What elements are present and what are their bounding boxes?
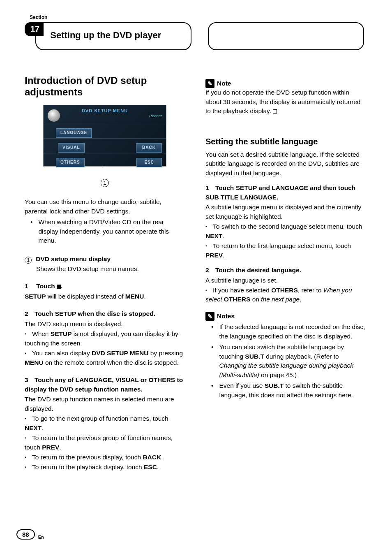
square-bullet-icon [25, 349, 32, 358]
square-bullet-icon [205, 286, 213, 295]
notes-b3-text: Even if you use SUB.T to switch the subt… [219, 381, 366, 400]
notes-b2-text: You can also switch the subtitle languag… [219, 343, 366, 380]
empty-title-box [208, 22, 364, 50]
step2-number: 2 [25, 309, 35, 318]
page-number: 88 [16, 529, 35, 540]
legend-number-icon: 1 [25, 257, 32, 264]
step1-head-b: . [61, 283, 62, 290]
chapter-number-tab: 17 [25, 22, 44, 36]
left-heading: Introduction of DVD setup adjustments [25, 75, 185, 97]
step3-body: The DVD setup function names in selected… [25, 395, 185, 413]
step2-note2: You can also display DVD SETUP MENU by p… [25, 349, 185, 367]
bullet-dot-icon: • [211, 322, 213, 341]
note-label: Note [217, 79, 231, 88]
screenshot-esc-button: ESC [136, 158, 162, 167]
pencil-icon: ✎ [205, 312, 214, 321]
bullet-dot-icon: • [211, 381, 213, 400]
bullet-dot-icon: • [30, 218, 32, 245]
step1-body: SETUP will be displayed instead of MENU. [25, 292, 185, 301]
screenshot-visual-button: VISUAL [58, 143, 85, 153]
right-heading: Setting the subtitle language [205, 136, 366, 148]
step2-body: The DVD setup menu is displayed. [25, 320, 185, 329]
step2-note1: When SETUP is not displayed, you can dis… [25, 329, 185, 348]
note-body: If you do not operate the DVD setup func… [205, 88, 366, 116]
legend-title: DVD setup menu display [36, 255, 111, 262]
square-bullet-icon [25, 453, 32, 462]
step2-heading: 2Touch SETUP when the disc is stopped. [25, 309, 185, 318]
step1-mid: will be displayed instead of [46, 293, 125, 300]
end-square-icon [273, 109, 277, 114]
notes-label: Notes [217, 312, 235, 321]
step1-head-a: Touch [36, 283, 57, 290]
left-column: Introduction of DVD setup adjustments DV… [25, 75, 185, 473]
square-bullet-icon [25, 329, 32, 338]
square-bullet-icon [25, 433, 32, 442]
r-step1-note2: To return to the first language select m… [205, 241, 366, 260]
r-step1-heading: 1Touch SETUP and LANGUAGE and then touch… [205, 183, 366, 202]
step2-head-text: Touch SETUP when the disc is stopped. [35, 310, 155, 317]
step1-number: 1 [25, 282, 35, 291]
right-column: ✎ Note If you do not operate the DVD set… [205, 75, 366, 473]
square-bullet-icon [25, 463, 32, 472]
page-header: 17 Setting up the DVD player [25, 22, 367, 50]
legend-row: 1 DVD setup menu display [25, 255, 185, 264]
notes-bullet3: • Even if you use SUB.T to switch the su… [205, 381, 366, 400]
notes-bullet2: • You can also switch the subtitle langu… [205, 343, 366, 380]
bullet-dot-icon: • [211, 343, 213, 380]
screenshot-back-button: BACK [136, 143, 162, 153]
r-step2-heading: 2Touch the desired language. [205, 266, 366, 275]
callout-line [105, 167, 105, 179]
r-step2-note1: If you have selected OTHERS, refer to Wh… [205, 286, 366, 304]
step3-note1: To go to the next group of function name… [25, 414, 185, 433]
right-intro: You can set a desired subtitle language.… [205, 150, 366, 178]
callout-number: 1 [101, 179, 109, 187]
r-step1-number: 1 [205, 183, 215, 192]
step3-note3: To return to the previous display, touch… [25, 453, 185, 462]
pencil-icon: ✎ [205, 79, 214, 88]
r-step2-number: 2 [205, 266, 215, 275]
notes-b1-text: If the selected language is not recorded… [219, 322, 366, 341]
r-step2-head-text: Touch the desired language. [215, 266, 301, 273]
step3-head-text: Touch any of LANGUAGE, VISUAL or OTHERS … [25, 376, 183, 392]
step3-heading: 3Touch any of LANGUAGE, VISUAL or OTHERS… [25, 375, 185, 394]
disc-icon [48, 109, 60, 122]
r-step1-body: A subtitle language menu is displayed an… [205, 203, 366, 221]
step1-menu: MENU [125, 293, 144, 300]
square-bullet-icon [205, 222, 213, 231]
stop-icon [57, 285, 61, 289]
square-bullet-icon [25, 414, 32, 423]
step1-heading: 1 Touch . [25, 282, 185, 291]
note-heading: ✎ Note [205, 79, 366, 88]
language-code: En [38, 535, 44, 540]
notes-bullet1: • If the selected language is not record… [205, 322, 366, 341]
two-column-content: Introduction of DVD setup adjustments DV… [25, 75, 367, 473]
legend-desc: Shows the DVD setup menu names. [25, 264, 185, 273]
screenshot-brand: Pioneer [149, 114, 162, 119]
r-step1-head-text: Touch SETUP and LANGUAGE and then touch … [205, 184, 355, 200]
step3-number: 3 [25, 375, 35, 385]
step1-setup: SETUP [25, 293, 46, 300]
step3-note4: To return to the playback display, touch… [25, 463, 185, 472]
step3-note2: To return to the previous group of funct… [25, 433, 185, 452]
intro-bullet-row: • When watching a DVD/Video CD on the re… [25, 218, 185, 245]
step1-dot: . [144, 293, 145, 300]
r-step1-note1: To switch to the second language select … [205, 222, 366, 241]
section-label: Section [30, 14, 367, 20]
intro-paragraph: You can use this menu to change audio, s… [25, 197, 185, 216]
screenshot-title: DVD SETUP MENU [82, 108, 128, 114]
screenshot-others-button: OTHERS [56, 158, 85, 167]
notes-heading: ✎ Notes [205, 312, 366, 321]
square-bullet-icon [205, 241, 213, 250]
r-step2-body: A subtitle language is set. [205, 276, 366, 285]
dvd-setup-screenshot: DVD SETUP MENU Pioneer LANGUAGE VISUAL O… [43, 105, 166, 167]
chapter-title: Setting up the DVD player [50, 30, 161, 40]
chapter-title-box: Setting up the DVD player [35, 22, 191, 50]
screenshot-language-button: LANGUAGE [56, 128, 92, 138]
page-footer: 88 En [16, 529, 44, 540]
intro-bullet-text: When watching a DVD/Video CD on the rear… [38, 218, 185, 245]
